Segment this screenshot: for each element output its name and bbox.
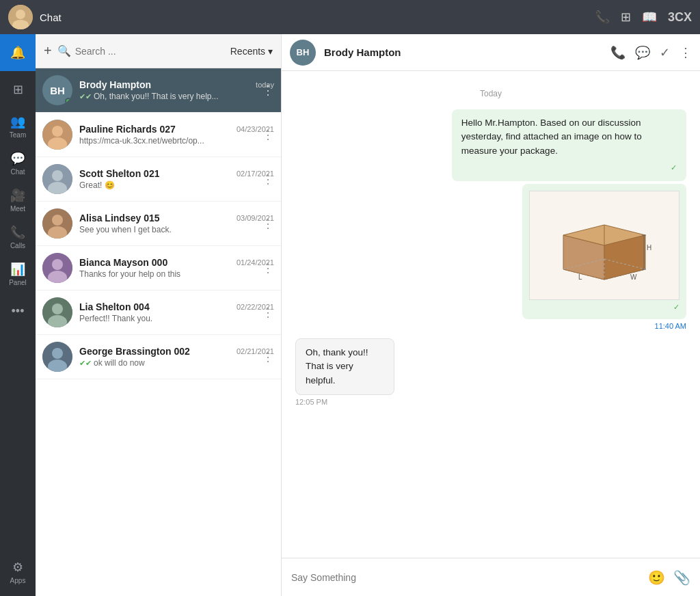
recents-button[interactable]: Recents ▾ <box>230 46 273 57</box>
app-title: Chat <box>40 12 595 23</box>
sidebar-panel-label: Panel <box>9 279 27 286</box>
package-image: H L W <box>529 191 679 300</box>
contact-info-george: George Brassington 002 02/21/2021 ✔✔ ok … <box>79 346 274 368</box>
contact-avatar-pauline <box>42 120 72 150</box>
contact-preview-bianca: Thanks for your help on this <box>79 269 274 279</box>
chat-header-avatar: BH <box>290 40 316 66</box>
chat-messages: Today Hello Mr.Hampton. Based on our dis… <box>282 71 700 558</box>
svg-text:H: H <box>647 244 651 252</box>
chat-header-icons: 📞 💬 ✓ ⋮ <box>610 45 692 60</box>
message-bubble-2: Oh, thank you!! That is very helpful. <box>295 338 394 395</box>
preview-text-scott: Great! 😊 <box>79 180 115 190</box>
contact-initials-brody: BH <box>50 85 65 96</box>
sidebar-item-home[interactable]: ⊞ <box>0 71 36 108</box>
contact-preview-pauline: https://mca-uk.3cx.net/webrtc/op... <box>79 136 274 146</box>
contact-name-row-brody: Brody Hampton today <box>79 79 274 90</box>
image-check-icon: ✓ <box>673 303 679 311</box>
contact-more-button-lia[interactable]: ⋮ <box>259 305 277 320</box>
user-avatar <box>8 5 33 29</box>
message-input[interactable] <box>291 572 648 583</box>
contact-item-scott[interactable]: Scott Shelton 021 02/17/2021 Great! 😊 ⋮ <box>36 157 281 202</box>
sidebar-item-apps[interactable]: ⚙ Apps <box>0 554 36 591</box>
preview-text-alisa: See you when I get back. <box>79 225 172 234</box>
contact-item-bianca[interactable]: Bianca Mayson 000 01/24/2021 Thanks for … <box>36 246 281 290</box>
voice-call-icon[interactable]: 📞 <box>610 45 625 60</box>
contact-more-button-bianca[interactable]: ⋮ <box>259 260 277 275</box>
contact-name-scott: Scott Shelton 021 <box>79 168 159 179</box>
qr-icon[interactable]: ⊞ <box>621 10 631 25</box>
contact-preview-brody: ✔✔ Oh, thank you!! That is very help... <box>79 92 274 101</box>
more-options-icon[interactable]: ⋮ <box>679 45 692 60</box>
contact-preview-george: ✔✔ ok will do now <box>79 358 274 368</box>
contact-more-button-pauline[interactable]: ⋮ <box>259 127 277 142</box>
check-double-icon: ✔✔ <box>79 92 92 101</box>
sidebar-team-label: Team <box>10 131 26 139</box>
contact-avatar-scott <box>42 164 72 194</box>
contact-more-button-george[interactable]: ⋮ <box>259 349 277 364</box>
contact-preview-alisa: See you when I get back. <box>79 225 274 234</box>
contact-info-brody: Brody Hampton today ✔✔ Oh, thank you!! T… <box>79 79 274 101</box>
panel-icon: 📊 <box>10 262 25 277</box>
emoji-icon[interactable]: 🙂 <box>648 569 665 586</box>
chat-panel: BH Brody Hampton 📞 💬 ✓ ⋮ Today Hello Mr.… <box>282 34 700 596</box>
sidebar-item-more[interactable]: ••• <box>0 293 36 329</box>
contact-item-pauline[interactable]: Pauline Richards 027 04/23/2021 https://… <box>36 113 281 157</box>
attachment-icon[interactable]: 📎 <box>673 569 690 586</box>
more-icon: ••• <box>12 304 25 319</box>
sidebar-item-meet[interactable]: 🎥 Meet <box>0 182 36 219</box>
recents-label: Recents <box>230 46 265 57</box>
contact-more-button-scott[interactable]: ⋮ <box>259 172 277 187</box>
search-input[interactable] <box>75 46 230 57</box>
sidebar-item-panel[interactable]: 📊 Panel <box>0 256 36 293</box>
video-call-icon[interactable]: 💬 <box>635 45 650 60</box>
message-image-1: H L W <box>522 184 686 319</box>
svg-text:L: L <box>578 273 582 281</box>
chat-icon: 💬 <box>10 151 25 166</box>
search-bar: + 🔍 Recents ▾ <box>36 34 281 68</box>
svg-point-19 <box>52 348 63 359</box>
search-icon: 🔍 <box>57 44 71 57</box>
sidebar-item-calls[interactable]: 📞 Calls <box>0 219 36 256</box>
preview-text-bianca: Thanks for your help on this <box>79 269 180 279</box>
contact-name-brody: Brody Hampton <box>79 79 151 90</box>
message-time-1: 11:40 AM <box>655 322 686 330</box>
contact-info-bianca: Bianca Mayson 000 01/24/2021 Thanks for … <box>79 257 274 279</box>
contact-more-button-brody[interactable]: ⋮ <box>259 83 277 98</box>
contact-info-alisa: Alisa Lindsey 015 03/09/2021 See you whe… <box>79 213 274 234</box>
contact-avatar-lia <box>42 297 72 327</box>
sidebar-item-notifications[interactable]: 🔔 <box>0 34 36 71</box>
chat-header: BH Brody Hampton 📞 💬 ✓ ⋮ <box>282 34 700 71</box>
contact-name-george: George Brassington 002 <box>79 346 190 357</box>
message-text-1: Hello Mr.Hampton. Based on our discussio… <box>461 118 642 156</box>
contact-name-row-pauline: Pauline Richards 027 04/23/2021 <box>79 124 274 135</box>
contact-item-brody[interactable]: BH Brody Hampton today ✔✔ Oh, thank you!… <box>36 68 281 113</box>
sidebar-apps-label: Apps <box>10 577 26 584</box>
sidebar-item-chat[interactable]: 💬 Chat <box>0 145 36 182</box>
contact-more-button-alisa[interactable]: ⋮ <box>259 216 277 231</box>
sidebar-item-team[interactable]: 👥 Team <box>0 108 36 145</box>
contact-info-lia: Lia Shelton 004 02/22/2021 Perfect!! Tha… <box>79 301 274 323</box>
contact-item-alisa[interactable]: Alisa Lindsey 015 03/09/2021 See you whe… <box>36 202 281 246</box>
contact-item-lia[interactable]: Lia Shelton 004 02/22/2021 Perfect!! Tha… <box>36 290 281 335</box>
checkmark-icon[interactable]: ✓ <box>660 45 670 60</box>
top-header: Chat 📞 ⊞ 📖 3CX <box>0 0 700 34</box>
contact-preview-scott: Great! 😊 <box>79 180 274 190</box>
contact-name-row-alisa: Alisa Lindsey 015 03/09/2021 <box>79 213 274 224</box>
chat-input-bar: 🙂 📎 <box>282 558 700 596</box>
preview-text-pauline: https://mca-uk.3cx.net/webrtc/op... <box>79 136 204 146</box>
book-icon[interactable]: 📖 <box>642 10 657 25</box>
contact-name-row-scott: Scott Shelton 021 02/17/2021 <box>79 168 274 179</box>
sidebar-calls-label: Calls <box>10 242 25 249</box>
message-1: Hello Mr.Hampton. Based on our discussio… <box>295 109 686 330</box>
phone-icon[interactable]: 📞 <box>595 10 610 25</box>
add-button[interactable]: + <box>44 43 52 59</box>
contact-name-pauline: Pauline Richards 027 <box>79 124 176 135</box>
online-indicator <box>65 98 72 105</box>
preview-text-george: ok will do now <box>94 358 145 368</box>
chat-header-initials: BH <box>297 47 310 57</box>
svg-point-10 <box>52 215 63 226</box>
contact-info-scott: Scott Shelton 021 02/17/2021 Great! 😊 <box>79 168 274 190</box>
preview-text-brody: Oh, thank you!! That is very help... <box>94 92 219 101</box>
contact-item-george[interactable]: George Brassington 002 02/21/2021 ✔✔ ok … <box>36 335 281 379</box>
contact-avatar-george <box>42 342 72 372</box>
